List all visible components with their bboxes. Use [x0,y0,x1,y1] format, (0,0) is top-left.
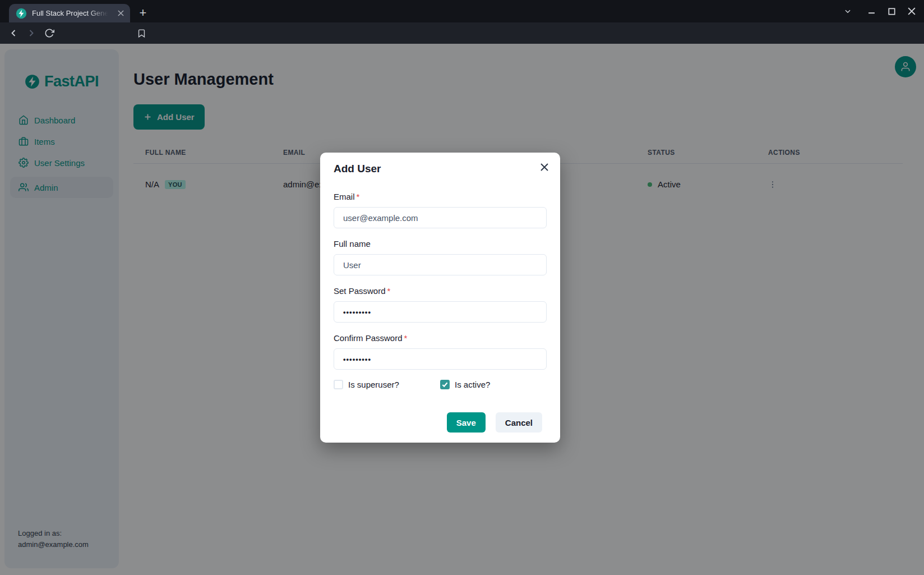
is-superuser-checkbox[interactable]: Is superuser? [334,380,440,389]
save-button[interactable]: Save [447,412,486,433]
email-label: Email* [334,192,547,201]
email-field[interactable] [334,207,547,228]
close-window-button[interactable] [907,7,916,16]
is-active-checkbox[interactable]: Is active? [440,380,547,389]
add-user-modal: Add User Email* Full name* Set Password*… [320,153,560,443]
browser-tab[interactable]: Full Stack Project Genera [9,4,130,22]
back-button[interactable] [7,26,20,40]
browser-titlebar: Full Stack Project Genera + [0,0,924,22]
confirm-password-label: Confirm Password* [334,333,547,343]
minimize-button[interactable] [867,7,876,16]
tab-title: Full Stack Project Genera [32,9,110,17]
page-viewport: FastAPI Dashboard Items User Settings Ad… [0,44,924,575]
reload-button[interactable] [43,26,56,40]
browser-toolbar: localhost/admin 1 [0,22,924,44]
fastapi-favicon-icon [16,8,27,19]
modal-title: Add User [334,163,547,175]
cancel-button[interactable]: Cancel [496,412,542,433]
tab-search-chevron-icon[interactable] [843,7,852,16]
set-password-label: Set Password* [334,286,547,296]
maximize-button[interactable] [887,7,896,16]
bookmark-icon[interactable] [135,26,148,40]
confirm-password-field[interactable] [334,348,547,370]
set-password-field[interactable] [334,301,547,323]
modal-close-icon[interactable] [537,160,552,174]
is-superuser-label: Is superuser? [348,380,399,389]
full-name-field[interactable] [334,254,547,275]
is-active-label: Is active? [455,380,490,389]
new-tab-button[interactable]: + [135,4,151,21]
full-name-label: Full name* [334,239,547,249]
checkbox-icon[interactable] [334,380,343,389]
checkbox-icon[interactable] [440,380,450,389]
tab-close-icon[interactable] [116,8,126,19]
forward-button[interactable] [25,26,38,40]
